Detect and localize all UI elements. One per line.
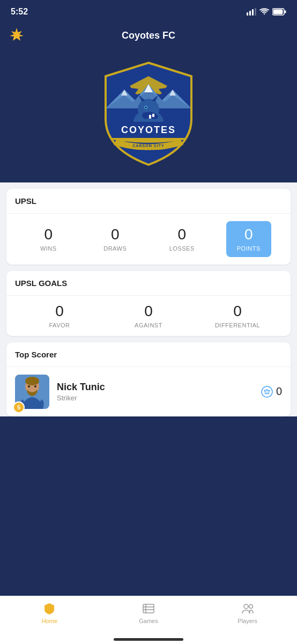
losses-value: 0 (177, 226, 186, 243)
goals-card: UPSL GOALS 0 FAVOR 0 AGAINST 0 DIFFERENT… (6, 271, 291, 336)
sun-icon (9, 27, 25, 43)
favor-value: 0 (55, 303, 64, 320)
svg-rect-5 (273, 10, 283, 14)
svg-marker-44 (268, 390, 270, 392)
points-value: 0 (244, 226, 253, 243)
tab-home[interactable]: Home (0, 602, 99, 624)
differential-stat: 0 DIFFERENTIAL (193, 303, 282, 328)
team-logo-area: COYOTES CARSON CITY BATTLE BORN 2018 (0, 47, 297, 182)
home-tab-label: Home (42, 618, 57, 624)
games-tab-label: Games (139, 618, 158, 624)
draws-stat: 0 DRAWS (82, 226, 149, 252)
scorer-goals: 0 (261, 385, 282, 398)
goals-card-title: UPSL GOALS (15, 279, 282, 288)
scorer-avatar: 5 (15, 375, 49, 409)
scorer-position: Striker (57, 394, 254, 402)
upsl-card: UPSL 0 WINS 0 DRAWS 0 LOSSES 0 POINTS (6, 189, 291, 265)
favor-stat: 0 FAVOR (15, 303, 104, 328)
status-bar: 5:52 (0, 0, 297, 24)
svg-text:COYOTES: COYOTES (121, 125, 176, 135)
svg-point-52 (244, 604, 248, 609)
nav-logo-button[interactable] (9, 27, 26, 44)
scorer-row: 5 Nick Tunic Striker 0 (15, 375, 282, 409)
losses-label: LOSSES (169, 245, 195, 252)
tab-bar: Home Games Players (0, 596, 297, 644)
jersey-number: 5 (13, 401, 25, 413)
top-scorer-title: Top Scorer (15, 350, 282, 359)
against-value: 0 (144, 303, 153, 320)
draws-label: DRAWS (103, 245, 127, 252)
wins-stat: 0 WINS (15, 226, 82, 252)
draws-value: 0 (111, 226, 120, 243)
svg-rect-30 (152, 114, 154, 117)
svg-point-39 (28, 385, 30, 387)
svg-point-38 (25, 377, 39, 385)
players-tab-icon (241, 602, 255, 616)
against-stat: 0 AGAINST (104, 303, 193, 328)
against-label: AGAINST (135, 322, 162, 328)
favor-label: FAVOR (49, 322, 70, 328)
losses-stat: 0 LOSSES (148, 226, 216, 252)
wifi-icon (259, 8, 269, 16)
svg-rect-6 (285, 11, 286, 13)
soccer-ball-icon (261, 386, 273, 398)
nav-header: Coyotes FC (0, 24, 297, 47)
svg-rect-1 (249, 11, 251, 16)
upsl-divider (6, 213, 291, 214)
svg-text:CARSON CITY: CARSON CITY (132, 144, 164, 148)
upsl-card-title: UPSL (15, 196, 282, 206)
scorer-name: Nick Tunic (57, 382, 254, 393)
svg-rect-2 (252, 9, 254, 16)
tab-players[interactable]: Players (198, 602, 297, 624)
wins-value: 0 (44, 226, 53, 243)
svg-rect-0 (247, 12, 248, 16)
svg-point-24 (145, 107, 147, 108)
goals-stats-row: 0 FAVOR 0 AGAINST 0 DIFFERENTIAL (15, 303, 282, 328)
upsl-stats-row: 0 WINS 0 DRAWS 0 LOSSES 0 POINTS (15, 221, 282, 257)
scorer-goals-count: 0 (276, 385, 282, 398)
wins-label: WINS (40, 245, 57, 252)
svg-marker-45 (264, 392, 267, 394)
svg-point-53 (249, 605, 253, 609)
svg-rect-48 (143, 604, 154, 613)
battery-icon (272, 8, 286, 16)
points-highlight: 0 POINTS (226, 221, 271, 257)
top-scorer-card: Top Scorer (6, 342, 291, 416)
svg-point-40 (34, 385, 36, 387)
status-time: 5:52 (11, 7, 28, 17)
svg-marker-46 (267, 392, 270, 394)
goals-divider (6, 295, 291, 296)
svg-text:BATTLE BORN: BATTLE BORN (136, 149, 161, 152)
svg-text:2018: 2018 (145, 153, 152, 157)
differential-label: DIFFERENTIAL (215, 322, 260, 328)
status-icons (247, 8, 286, 16)
svg-marker-43 (264, 390, 266, 392)
svg-marker-42 (266, 389, 268, 392)
differential-value: 0 (233, 303, 242, 320)
scorer-divider (6, 367, 291, 367)
signal-icon (247, 8, 256, 16)
content-area: UPSL 0 WINS 0 DRAWS 0 LOSSES 0 POINTS (0, 182, 297, 416)
coyotes-logo: COYOTES CARSON CITY BATTLE BORN 2018 (100, 60, 197, 167)
players-tab-label: Players (237, 618, 257, 624)
page-title: Coyotes FC (122, 30, 175, 41)
points-stat: 0 POINTS (216, 221, 283, 257)
svg-marker-7 (10, 28, 24, 41)
points-label: POINTS (237, 245, 261, 252)
tab-games[interactable]: Games (99, 602, 198, 624)
games-tab-icon (142, 602, 155, 616)
scorer-info: Nick Tunic Striker (57, 382, 254, 402)
home-tab-icon (42, 602, 56, 616)
svg-rect-3 (255, 8, 256, 16)
home-indicator (114, 638, 183, 641)
svg-rect-29 (149, 115, 151, 119)
